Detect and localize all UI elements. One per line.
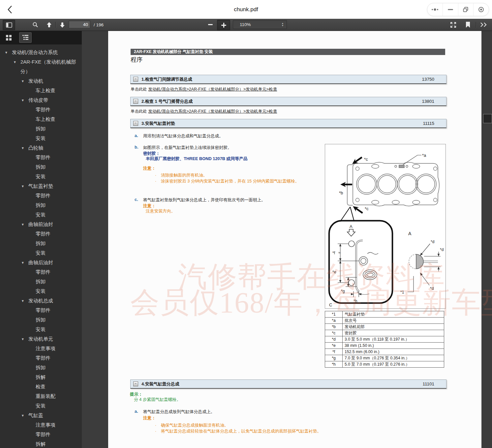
expand-triangle-icon[interactable]: ▼ [21,76,28,86]
legend-key: *b [325,324,343,330]
toc-item[interactable]: ▼ 零部件 [0,105,79,114]
step-code: 11101 [422,381,444,386]
toc-item[interactable]: ▼ 零部件 [0,353,79,363]
scrollbar-thumb[interactable] [483,114,492,123]
zoom-in-button[interactable] [217,20,230,30]
toc-item[interactable]: ▼ 发动机总成 [0,296,79,305]
expand-triangle-icon[interactable]: ▼ [21,182,28,191]
expand-triangle-icon[interactable]: ▼ [5,48,12,57]
bookmark-button[interactable] [462,20,474,30]
toc-item[interactable]: ▼ 零部件 [0,267,79,277]
double-chevron-right-icon [480,22,487,27]
toc-item[interactable]: ▼ 注意事项 [0,420,79,430]
toc-item[interactable]: ▼ 发动机 [0,76,79,86]
collapse-minus-icon[interactable]: − [133,121,138,126]
toc-item[interactable]: ▼ 安装 [0,401,79,410]
table-row: *d 3.0 至 5.0 mm（0.118 至 0.197 in.） [325,336,444,343]
page-number-input[interactable] [69,20,90,28]
toc-item[interactable]: ▼ 检查 [0,382,79,391]
toc-item[interactable]: ▼ 车上检查 [0,86,79,95]
toc-item[interactable]: ▼ 零部件 [0,229,79,238]
toc-item-label: 2AR-FXE（发动机机械部分） [20,57,79,76]
toc-item[interactable]: ▼ 注意事项 [0,344,79,353]
toc-item[interactable]: ▼ 安装 [0,286,79,296]
figure-label-A: A [408,231,412,236]
toc-item[interactable]: ▼ 曲轴后油封 [0,258,79,267]
legend-key: *d [325,336,343,343]
toc-item[interactable]: ▼ 拆卸 [0,363,79,372]
figure-label-b: *b [339,190,343,195]
expand-triangle-icon[interactable]: ▼ [21,411,28,420]
toc-item[interactable]: ▼ 零部件 [0,153,79,162]
expand-triangle-icon[interactable]: ▼ [21,258,28,267]
toc-item[interactable]: ▼ 拆卸 [0,315,79,324]
collapse-minus-icon[interactable]: − [133,99,138,104]
step-header-2[interactable]: − 2.检查 1 号气门摇臂分总成 13801 [130,97,446,106]
toc-item[interactable]: ▼ 安装 [0,210,79,219]
toc-item[interactable]: ▼ 发动机单元 [0,334,79,344]
toc-item[interactable]: ▼ 拆解 [0,439,79,448]
toc-item[interactable]: ▼ 安装 [0,133,79,143]
focus-button[interactable] [473,3,489,16]
toc-item[interactable]: ▼ 安装 [0,172,79,181]
search-button[interactable] [30,20,41,30]
thumbnails-button[interactable] [3,33,15,42]
expand-triangle-icon[interactable]: ▼ [21,296,28,306]
toc-item[interactable]: ▼ 重新装配 [0,391,79,401]
restore-button[interactable] [458,3,474,16]
figure-label-A: A [350,224,353,229]
zoom-out-button[interactable] [204,20,216,30]
toc-item[interactable]: ▼ 拆卸 [0,162,79,172]
sidebar-toggle-button[interactable] [3,20,15,30]
collapse-minus-icon[interactable]: − [133,77,138,82]
expand-triangle-icon[interactable]: ▼ [21,143,28,153]
expand-triangle-icon[interactable]: ▼ [21,334,28,344]
toc-item[interactable]: ▼ 凸轮轴 [0,143,79,153]
toc-item[interactable]: ▼ 发动机/混合动力系统 [0,47,79,57]
hint-label: 提示： [130,392,142,397]
toc-item-label: 零部件 [36,353,79,363]
outline-button[interactable] [19,32,32,43]
toc-item[interactable]: ▼ 零部件 [0,305,79,315]
toc-item[interactable]: ▼ 拆卸 [0,277,79,286]
more-button[interactable] [427,3,443,16]
toc-item[interactable]: ▼ 车上检查 [0,114,79,124]
expand-triangle-icon[interactable]: ▼ [13,57,20,67]
toc-item[interactable]: ▼ 曲轴前油封 [0,219,79,229]
toc-item[interactable]: ▼ 拆卸 [0,200,79,210]
toc-item[interactable]: ▼ 传动皮带 [0,95,79,105]
toc-item[interactable]: ▼ 零部件 [0,430,79,439]
collapse-minus-icon[interactable]: − [133,381,138,386]
toc-item[interactable]: ▼ 2AR-FXE（发动机机械部分） [0,57,79,76]
next-page-button[interactable] [57,20,68,30]
step-header-3[interactable]: − 3.安装气缸盖衬垫 11115 [130,119,446,128]
sidebar-panel-icon [6,22,12,28]
zoom-select[interactable]: 110% ▴▾ [233,20,287,29]
toc-item[interactable]: ▼ 拆卸 [0,124,79,133]
toc-item[interactable]: ▼ 拆解 [0,372,79,382]
procedure-link[interactable]: 发动机/混合动力系统>2AR-FXE（发动机机械部分）>发动机单元>检查 [148,109,277,114]
figure-label-c: *c [364,157,368,162]
toc-item[interactable]: ▼ 零部件 [0,191,79,200]
toc-item[interactable]: ▼ 拆卸 [0,238,79,248]
minimize-button[interactable] [443,3,458,16]
step-header-1[interactable]: − 1.检查气门间隙调节器总成 13750 [130,75,446,84]
zoom-level-label: 110% [240,22,251,27]
expand-triangle-icon[interactable]: ▼ [21,220,28,229]
toc-item[interactable]: ▼ 气缸盖衬垫 [0,181,79,191]
more-tools-button[interactable] [477,20,490,30]
legend-value: 批次号 [343,318,444,324]
toc-item-label: 安装 [36,401,79,410]
toc-item[interactable]: ▼ 安装 [0,248,79,258]
step-header-4[interactable]: − 4.安装气缸盖分总成 11101 [130,379,446,389]
legend-key: *f [325,349,343,355]
toc-item-label: 拆卸 [36,162,79,172]
toc-item[interactable]: ▼ 气缸盖 [0,410,79,420]
toc-item[interactable]: ▼ 安装 [0,324,79,334]
previous-page-button[interactable] [44,20,55,30]
fullscreen-button[interactable] [447,20,459,30]
figure-label-h: *h [354,299,357,303]
expand-triangle-icon[interactable]: ▼ [21,96,28,105]
step-label: 2.检查 1 号气门摇臂分总成 [141,98,193,104]
procedure-link[interactable]: 发动机/混合动力系统>2AR-FXE（发动机机械部分）>发动机单元>检查 [148,87,277,92]
